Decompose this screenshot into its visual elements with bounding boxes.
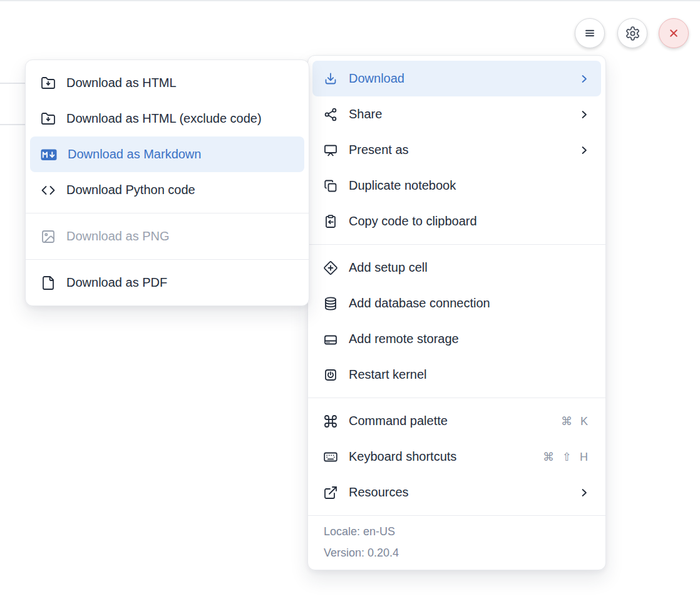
command-icon bbox=[323, 414, 338, 429]
menu-item-add-setup-cell[interactable]: Add setup cell bbox=[312, 250, 601, 285]
file-icon bbox=[41, 275, 56, 290]
notebook-actions-menu: Download Share Present as bbox=[307, 55, 606, 570]
download-icon bbox=[323, 71, 338, 86]
menu-item-download[interactable]: Download bbox=[312, 61, 601, 96]
menu-item-download-as-markdown[interactable]: Download as Markdown bbox=[30, 136, 304, 172]
menu-item-keyboard-shortcuts[interactable]: Keyboard shortcuts ⌘ ⇧ H bbox=[312, 439, 601, 475]
menu-item-label: Add remote storage bbox=[349, 332, 590, 346]
menu-item-duplicate-notebook[interactable]: Duplicate notebook bbox=[312, 168, 601, 203]
version-text: Version: 0.20.4 bbox=[324, 542, 590, 563]
folder-down-icon bbox=[41, 76, 56, 91]
menu-item-label: Add database connection bbox=[349, 296, 590, 311]
presentation-icon bbox=[323, 143, 338, 158]
menu-item-download-as-html[interactable]: Download as HTML bbox=[30, 65, 304, 101]
external-link-icon bbox=[323, 485, 338, 500]
background-cell-border-top bbox=[0, 83, 26, 84]
menu-item-label: Download as Markdown bbox=[68, 147, 294, 162]
menu-item-add-remote-storage[interactable]: Add remote storage bbox=[312, 321, 601, 357]
close-button[interactable] bbox=[659, 18, 689, 48]
menu-group-actions: Download Share Present as bbox=[308, 56, 605, 244]
menu-item-label: Download as PDF bbox=[66, 275, 294, 290]
menu-item-label: Resources bbox=[349, 485, 567, 500]
chevron-right-icon bbox=[578, 486, 590, 499]
database-icon bbox=[323, 296, 338, 311]
menu-item-label: Command palette bbox=[349, 414, 550, 428]
submenu-group-pdf: Download as PDF bbox=[26, 259, 309, 305]
submenu-group-png: Download as PNG bbox=[26, 213, 309, 259]
menu-item-label: Copy code to clipboard bbox=[349, 214, 590, 228]
menu-item-label: Keyboard shortcuts bbox=[349, 449, 532, 464]
locale-text: Locale: en-US bbox=[324, 521, 590, 542]
menu-item-label: Share bbox=[349, 107, 567, 121]
gear-icon bbox=[625, 26, 641, 41]
menu-item-present-as[interactable]: Present as bbox=[312, 132, 601, 168]
menu-item-restart-kernel[interactable]: Restart kernel bbox=[312, 357, 601, 393]
square-power-icon bbox=[323, 367, 338, 382]
shortcut-hint: ⌘ ⇧ H bbox=[543, 450, 590, 464]
menu-item-download-as-png: Download as PNG bbox=[30, 218, 304, 254]
menu-item-label: Present as bbox=[349, 143, 567, 157]
share-icon bbox=[323, 107, 338, 122]
settings-button[interactable] bbox=[617, 18, 647, 48]
menu-item-command-palette[interactable]: Command palette ⌘ K bbox=[312, 403, 601, 439]
page-top-border bbox=[0, 0, 700, 1]
folder-down-icon bbox=[41, 111, 56, 126]
menu-item-share[interactable]: Share bbox=[312, 96, 601, 132]
menu-item-download-as-pdf[interactable]: Download as PDF bbox=[30, 265, 304, 300]
hard-drive-icon bbox=[323, 332, 338, 347]
code-icon bbox=[41, 183, 56, 198]
markdown-download-icon bbox=[41, 148, 57, 161]
menu-item-label: Download as HTML bbox=[66, 76, 294, 90]
menu-item-download-python-code[interactable]: Download Python code bbox=[30, 172, 304, 208]
menu-group-add: Add setup cell Add database connection A… bbox=[308, 244, 605, 398]
menu-item-add-database-connection[interactable]: Add database connection bbox=[312, 285, 601, 321]
chevron-right-icon bbox=[578, 73, 590, 85]
download-submenu: Download as HTML Download as HTML (exclu… bbox=[25, 59, 309, 306]
image-icon bbox=[41, 229, 56, 244]
menu-item-label: Download bbox=[349, 71, 567, 86]
menu-item-resources[interactable]: Resources bbox=[312, 475, 601, 510]
menu-item-label: Duplicate notebook bbox=[349, 178, 590, 193]
keyboard-icon bbox=[323, 449, 338, 465]
background-cell-border-bottom bbox=[0, 124, 26, 125]
notebook-menu-button[interactable] bbox=[575, 18, 605, 48]
menu-item-label: Download as PNG bbox=[66, 229, 294, 244]
close-icon bbox=[666, 26, 681, 41]
copy-icon bbox=[323, 178, 338, 193]
menu-group-help: Command palette ⌘ K Keyboard shortcuts ⌘… bbox=[308, 398, 605, 515]
shortcut-hint: ⌘ K bbox=[561, 414, 590, 428]
menu-footer: Locale: en-US Version: 0.20.4 bbox=[308, 515, 605, 570]
menu-item-download-as-html-exclude-code[interactable]: Download as HTML (exclude code) bbox=[30, 101, 304, 136]
menu-item-copy-code-to-clipboard[interactable]: Copy code to clipboard bbox=[312, 203, 601, 239]
hamburger-icon bbox=[582, 25, 598, 41]
menu-item-label: Restart kernel bbox=[349, 367, 590, 382]
submenu-group-main: Download as HTML Download as HTML (exclu… bbox=[26, 60, 309, 213]
chevron-right-icon bbox=[578, 108, 590, 121]
menu-item-label: Download as HTML (exclude code) bbox=[66, 111, 294, 126]
chevron-right-icon bbox=[578, 144, 590, 157]
clipboard-copy-icon bbox=[323, 214, 338, 229]
diamond-plus-icon bbox=[323, 260, 338, 275]
menu-item-label: Download Python code bbox=[66, 183, 294, 197]
menu-item-label: Add setup cell bbox=[349, 260, 590, 275]
